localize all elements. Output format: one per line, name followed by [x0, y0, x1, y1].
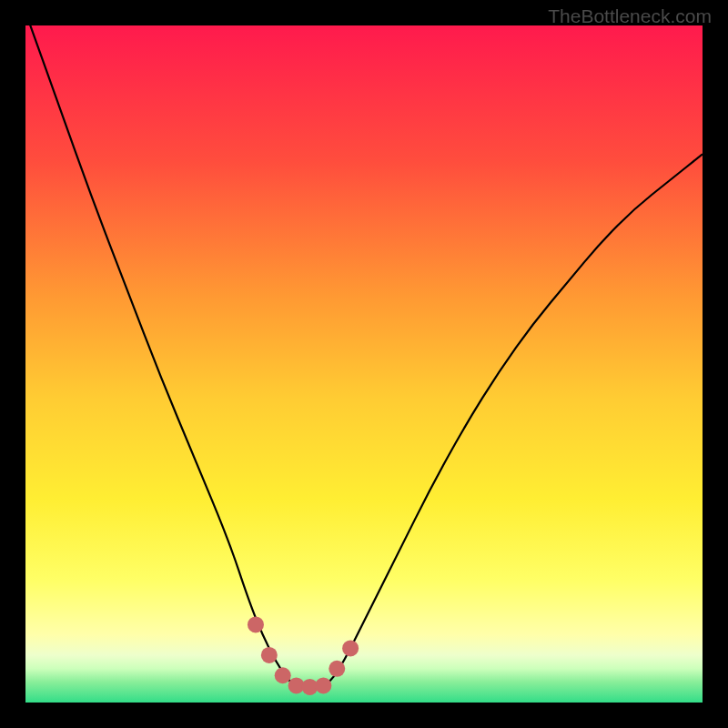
marker-point	[261, 647, 278, 663]
curve-layer	[25, 25, 703, 703]
marker-point	[275, 667, 291, 683]
chart-container: TheBottleneck.com	[0, 0, 728, 728]
marker-point	[248, 616, 264, 632]
bottleneck-curve	[25, 25, 703, 689]
marker-point	[315, 677, 331, 693]
marker-point	[342, 640, 359, 656]
optimal-range-markers	[248, 616, 359, 694]
watermark-text: TheBottleneck.com	[548, 5, 712, 27]
marker-point	[329, 661, 345, 677]
plot-area	[25, 25, 703, 703]
